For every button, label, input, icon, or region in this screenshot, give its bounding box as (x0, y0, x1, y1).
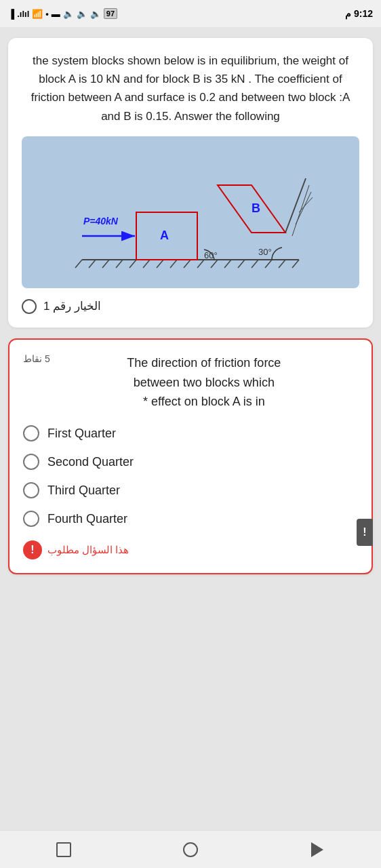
svg-text:30°: 30° (258, 247, 272, 257)
radio-button-1[interactable] (22, 299, 37, 314)
question-text: The direction of friction force between … (50, 353, 358, 412)
svg-line-4 (116, 260, 123, 268)
signal-icon2: .ılıl (17, 9, 29, 19)
option-radio-fourth[interactable] (23, 511, 39, 527)
physics-diagram: A P=40kN B 60° 30° (41, 144, 340, 280)
option-label-second: Second Quarter (47, 455, 134, 469)
svg-text:60°: 60° (204, 250, 218, 260)
svg-line-13 (238, 260, 245, 268)
diagram-container: A P=40kN B 60° 30° (22, 136, 359, 288)
svg-line-9 (184, 260, 190, 268)
svg-line-2 (89, 260, 96, 268)
svg-text:B: B (252, 201, 260, 215)
warning-row: هذا السؤال مطلوب ! (23, 540, 358, 559)
svg-line-8 (170, 260, 177, 268)
svg-line-1 (75, 260, 82, 268)
back-triangle-icon (311, 842, 323, 857)
volume-icon: 🔈 (63, 9, 74, 19)
radio-option-1[interactable]: الخيار رقم 1 (22, 299, 359, 314)
svg-line-7 (157, 260, 163, 268)
problem-text: the system blocks shown below is in equi… (22, 52, 359, 125)
option-radio-first[interactable] (23, 425, 39, 441)
svg-line-15 (265, 260, 272, 268)
svg-line-14 (252, 260, 258, 268)
dot: • (45, 9, 49, 19)
bottom-nav (0, 830, 381, 868)
nav-back-button[interactable] (304, 836, 331, 863)
problem-card: the system blocks shown below is in equi… (8, 38, 373, 328)
side-exclamation-tab: ! (357, 519, 373, 546)
option-row-second[interactable]: Second Quarter (23, 454, 358, 470)
question-line1: The direction of friction force (127, 356, 281, 370)
svg-line-5 (129, 260, 136, 268)
wifi-icon: 📶 (32, 9, 43, 19)
svg-line-3 (102, 260, 109, 268)
status-time: 9:12 م (345, 8, 373, 19)
option-row-first[interactable]: First Quarter (23, 425, 358, 441)
media-icon: ▬ (52, 9, 60, 19)
svg-line-16 (279, 260, 285, 268)
warning-text: هذا السؤال مطلوب (47, 544, 129, 556)
svg-line-12 (224, 260, 231, 268)
option-radio-second[interactable] (23, 454, 39, 470)
question-line2: between two blocks which (134, 376, 275, 389)
svg-text:P=40kN: P=40kN (83, 216, 119, 226)
status-icons: ▐ .ılıl 📶 • ▬ 🔈 🔈 🔈 97 (8, 8, 117, 19)
content-area: the system blocks shown below is in equi… (0, 27, 381, 830)
svg-line-26 (296, 192, 311, 224)
points-badge: 5 نقاط (23, 353, 50, 364)
svg-line-11 (211, 260, 218, 268)
battery-indicator: 97 (104, 8, 117, 19)
svg-text:A: A (160, 229, 169, 242)
option-label-fourth: Fourth Quarter (47, 512, 127, 526)
volume-icon3: 🔈 (90, 9, 101, 19)
svg-line-27 (299, 197, 313, 212)
options-list: First Quarter Second Quarter Third Quart… (23, 425, 358, 527)
radio-label-1: الخيار رقم 1 (43, 299, 101, 313)
status-bar: 9:12 م ▐ .ılıl 📶 • ▬ 🔈 🔈 🔈 97 (0, 0, 381, 27)
option-radio-third[interactable] (23, 482, 39, 498)
question-header: 5 نقاط The direction of friction force b… (23, 353, 358, 412)
circle-icon (183, 842, 198, 857)
option-label-third: Third Quarter (47, 484, 120, 498)
option-row-fourth[interactable]: Fourth Quarter (23, 511, 358, 527)
option-label-first: First Quarter (47, 427, 116, 441)
question-line3: * effect on block A is in (143, 395, 265, 408)
svg-line-6 (143, 260, 150, 268)
nav-home-button[interactable] (177, 836, 204, 863)
svg-line-10 (197, 260, 204, 268)
square-icon (56, 842, 71, 857)
signal-icon: ▐ (8, 9, 14, 19)
nav-square-button[interactable] (50, 836, 77, 863)
warning-icon: ! (23, 540, 42, 559)
svg-line-17 (292, 260, 299, 268)
option-row-third[interactable]: Third Quarter (23, 482, 358, 498)
question-card: 5 نقاط The direction of friction force b… (8, 338, 373, 574)
volume-icon2: 🔈 (77, 9, 87, 19)
